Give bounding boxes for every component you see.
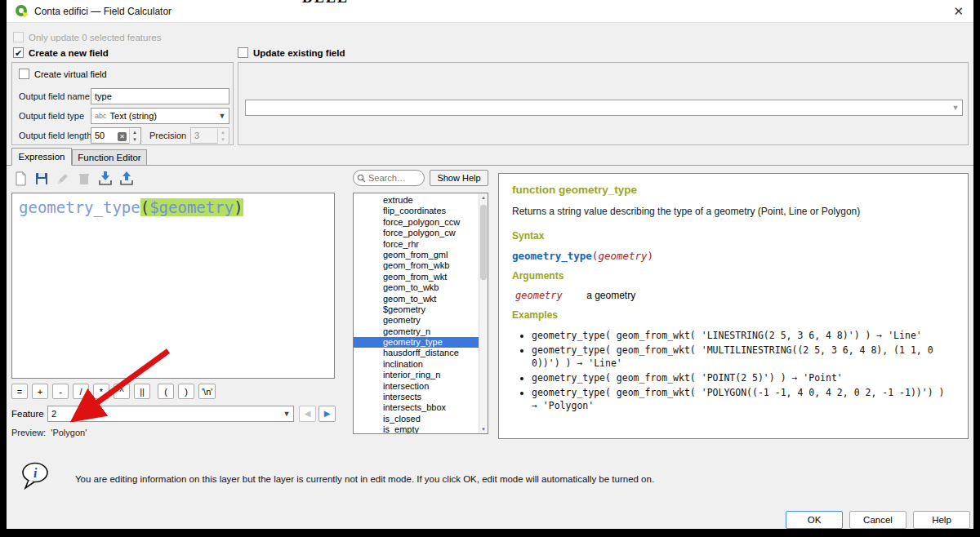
function-list-item[interactable]: geom_from_wkt — [354, 272, 488, 282]
function-list-item[interactable]: $geometry — [354, 304, 488, 315]
function-list-item[interactable]: interior_ring_n — [354, 370, 488, 380]
scrollbar-thumb[interactable] — [480, 205, 487, 280]
spin-up-icon[interactable]: ▲ — [130, 129, 140, 136]
function-list-item[interactable]: inclination — [354, 359, 488, 370]
operator-concat-button[interactable]: || — [134, 384, 150, 399]
window-title: Conta edifici — Field Calculator — [34, 6, 172, 17]
edit-expression-button — [54, 170, 72, 188]
tab-function-editor[interactable]: Function Editor — [72, 149, 147, 166]
expression-argument-text: $geometry — [149, 198, 234, 216]
open-paren-text: ( — [140, 198, 149, 216]
background-window-text: DELL — [302, 0, 368, 5]
syntax-function: geometry_type — [512, 250, 592, 262]
scroll-up-icon[interactable]: ▲ — [479, 195, 488, 200]
trash-icon — [76, 177, 92, 189]
help-button[interactable]: Help — [913, 511, 970, 529]
operator-equals-button[interactable]: = — [11, 384, 28, 399]
new-expression-button[interactable] — [11, 170, 29, 188]
import-expressions-button[interactable] — [96, 170, 114, 188]
operator-multiply-button[interactable]: * — [93, 384, 109, 399]
document-icon — [12, 177, 29, 189]
operator-open-paren-button[interactable]: ( — [158, 384, 174, 399]
expression-function-text: geometry_type — [19, 198, 140, 216]
function-list-item[interactable]: hausdorff_distance — [354, 348, 488, 358]
delete-expression-button — [75, 170, 93, 188]
function-list-item[interactable]: extrude — [354, 195, 488, 206]
function-list-item[interactable]: is_empty — [354, 424, 488, 434]
argument-row: geometry a geometry — [515, 290, 955, 301]
save-icon — [33, 177, 50, 189]
export-expressions-button[interactable] — [118, 170, 136, 188]
create-new-field-checkbox[interactable]: ✔ Create a new field — [13, 47, 109, 58]
example-item: geometry_type( geom_from_wkt( 'LINESTRIN… — [532, 329, 955, 343]
function-list[interactable]: extrude flip_coordinates force_polygon_c… — [353, 193, 488, 434]
function-list-item[interactable]: geometry — [354, 315, 488, 326]
checkbox-box[interactable] — [19, 69, 29, 79]
abc-type-icon: abc — [95, 112, 107, 120]
operator-divide-button[interactable]: / — [73, 384, 89, 399]
checkbox-box[interactable]: ✔ — [13, 47, 24, 58]
update-existing-field-label: Update existing field — [253, 48, 345, 58]
ok-button[interactable]: OK — [786, 511, 843, 529]
close-paren-text: ) — [234, 198, 243, 216]
function-list-item-selected[interactable]: geometry_type — [354, 337, 488, 348]
checkbox-box[interactable] — [13, 32, 24, 42]
update-existing-field-checkbox[interactable]: Update existing field — [238, 47, 345, 58]
operator-newline-button[interactable]: '\n' — [198, 384, 216, 399]
operator-plus-button[interactable]: + — [32, 384, 48, 399]
checkbox-box[interactable] — [238, 47, 248, 58]
output-field-name-input[interactable] — [91, 88, 229, 104]
spin-buttons[interactable]: ▲▼ — [129, 129, 140, 144]
operator-minus-button[interactable]: - — [52, 384, 69, 399]
spin-up-icon: ▲ — [218, 129, 228, 136]
function-list-item[interactable]: intersects_bbox — [354, 402, 488, 413]
function-list-item[interactable]: geom_to_wkt — [354, 294, 488, 304]
qgis-logo-icon — [15, 4, 29, 19]
show-help-button[interactable]: Show Help — [430, 170, 488, 186]
new-field-groupbox: Create virtual field Output field name O… — [11, 62, 234, 145]
example-item: geometry_type( geom_from_wkt( 'MULTILINE… — [532, 344, 955, 371]
search-input[interactable] — [368, 171, 422, 184]
feature-combo[interactable]: 2 ▼ — [47, 406, 294, 422]
function-list-item[interactable]: force_polygon_ccw — [354, 217, 488, 228]
operator-power-button[interactable]: ^ — [114, 384, 130, 399]
precision-spinner: 3 ▲▼ — [190, 127, 229, 144]
arrow-right-icon: ▶ — [324, 409, 331, 418]
svg-text:i: i — [33, 466, 38, 480]
title-bar: Conta edifici — Field Calculator ✕ DELL — [7, 0, 973, 23]
function-list-item[interactable]: is_closed — [354, 414, 488, 424]
function-list-item[interactable]: flip_coordinates — [354, 206, 488, 216]
output-field-length-spinner[interactable]: 50 ✕ ▲▼ — [91, 127, 141, 144]
function-list-item[interactable]: intersects — [354, 392, 488, 402]
save-expression-button[interactable] — [33, 170, 51, 188]
output-field-type-value: Text (string) — [110, 111, 157, 121]
output-field-type-combo[interactable]: abc Text (string) ▼ — [91, 108, 229, 124]
reset-value-icon[interactable]: ✕ — [118, 132, 127, 141]
function-list-item[interactable]: force_polygon_cw — [354, 228, 488, 238]
function-list-scrollbar[interactable]: ▲ ▼ — [479, 193, 488, 433]
operator-close-paren-button[interactable]: ) — [178, 384, 194, 399]
spin-down-icon[interactable]: ▼ — [130, 136, 140, 144]
next-feature-button[interactable]: ▶ — [318, 406, 336, 422]
function-list-item[interactable]: geom_from_wkb — [354, 260, 488, 271]
function-list-item[interactable]: geom_from_gml — [354, 250, 488, 260]
function-list-item[interactable]: intersection — [354, 381, 488, 392]
function-list-item[interactable]: force_rhr — [354, 239, 488, 250]
cancel-button[interactable]: Cancel — [849, 511, 906, 529]
function-list-item[interactable]: geometry_n — [354, 326, 488, 337]
function-search[interactable] — [353, 170, 425, 186]
edit-mode-message: You are editing information on this laye… — [75, 474, 810, 484]
expression-editor[interactable]: geometry_type($geometry) — [11, 193, 335, 379]
example-item: geometry_type( geom_from_wkt( 'POINT(2 5… — [532, 371, 955, 385]
tab-expression[interactable]: Expression — [11, 148, 72, 166]
precision-label: Precision — [149, 131, 186, 140]
only-update-selected-checkbox[interactable]: Only update 0 selected features — [13, 32, 161, 42]
scroll-down-icon[interactable]: ▼ — [479, 427, 488, 432]
update-existing-groupbox: ▼ — [238, 62, 969, 145]
create-virtual-field-checkbox[interactable]: Create virtual field — [19, 69, 107, 79]
arguments-heading: Arguments — [512, 270, 955, 282]
spin-down-icon: ▼ — [218, 136, 228, 144]
screen-background: Conta edifici — Field Calculator ✕ DELL … — [0, 0, 980, 537]
function-list-item[interactable]: geom_to_wkb — [354, 282, 488, 293]
close-icon[interactable]: ✕ — [953, 4, 964, 19]
